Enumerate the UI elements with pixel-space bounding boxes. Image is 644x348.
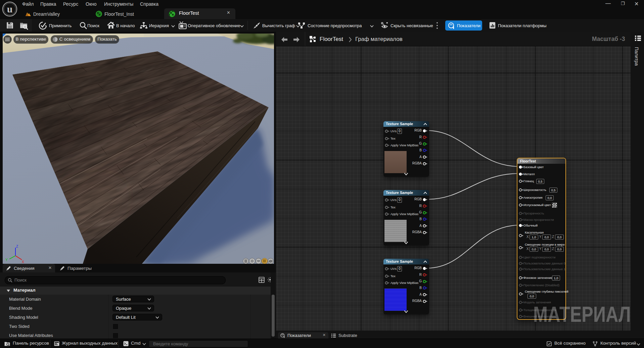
svg-text:Z: Z [16, 245, 18, 248]
svg-text:X: X [22, 260, 24, 264]
svg-text:u: u [7, 3, 13, 14]
svg-text:Y: Y [5, 258, 8, 262]
